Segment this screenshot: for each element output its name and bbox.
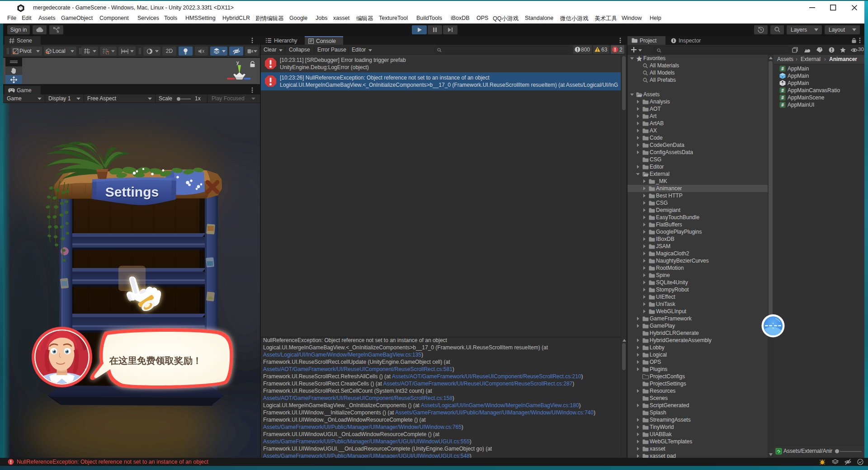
svg-text:#: # bbox=[781, 66, 784, 71]
svg-text:Settings: Settings bbox=[105, 184, 159, 199]
svg-text:#: # bbox=[781, 95, 784, 100]
svg-text:y: y bbox=[236, 60, 239, 65]
svg-text:#: # bbox=[781, 88, 784, 93]
svg-text:Y: Y bbox=[88, 52, 90, 55]
svg-text:#: # bbox=[781, 103, 784, 108]
svg-text:在这里免费领取奖励！: 在这里免费领取奖励！ bbox=[109, 355, 202, 366]
